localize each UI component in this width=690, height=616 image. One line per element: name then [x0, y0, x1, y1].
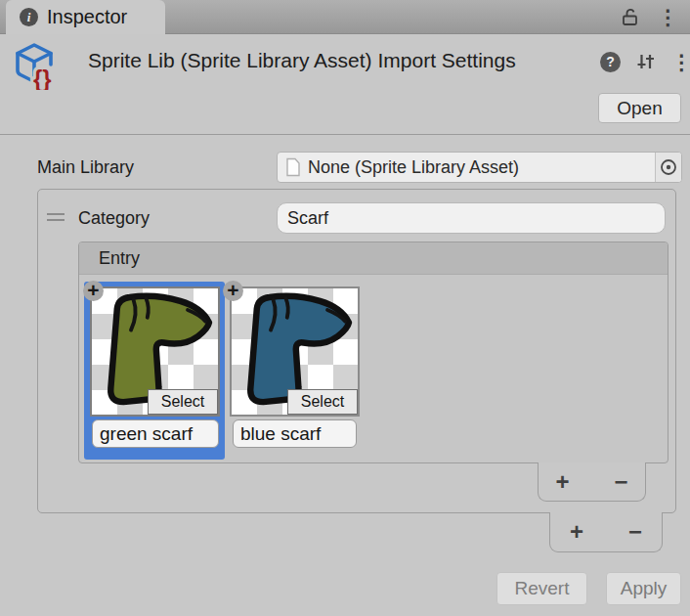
category-add-button[interactable]: + — [564, 520, 589, 544]
main-library-object-field[interactable]: None (Sprite Library Asset) — [277, 152, 682, 183]
info-icon: i — [20, 8, 38, 26]
sprite-cell-green-scarf[interactable]: + Select green scarf — [84, 282, 225, 460]
page-title: Sprite Lib (Sprite Library Asset) Import… — [88, 49, 596, 76]
entry-list-footer: + − — [538, 462, 646, 502]
select-button[interactable]: Select — [148, 389, 218, 415]
tab-bar: i Inspector ⋮ — [0, 0, 690, 34]
apply-button[interactable]: Apply — [606, 572, 681, 605]
svg-text:{}: {} — [33, 66, 52, 90]
sprite-library-asset-icon: {} — [12, 41, 57, 90]
object-picker-icon[interactable] — [655, 153, 681, 182]
sprite-name-input-green[interactable]: green scarf — [92, 419, 219, 448]
sprite-cell-blue-scarf[interactable]: + Select blue scarf — [224, 282, 365, 460]
category-remove-button[interactable]: − — [623, 520, 648, 544]
sprite-thumbnail-green[interactable]: Select — [90, 286, 220, 417]
add-sprite-icon[interactable]: + — [223, 281, 243, 301]
entry-header: Entry — [79, 242, 668, 275]
sprite-thumbnail-blue[interactable]: Select — [230, 286, 360, 417]
entry-header-label: Entry — [99, 248, 140, 269]
presets-icon[interactable] — [635, 51, 657, 72]
tab-menu-kebab-icon[interactable]: ⋮ — [658, 7, 678, 27]
sprite-name-input-blue[interactable]: blue scarf — [233, 419, 357, 448]
help-icon[interactable]: ? — [600, 52, 621, 72]
file-icon — [285, 157, 301, 177]
header-separator — [0, 134, 690, 135]
entry-add-button[interactable]: + — [549, 470, 575, 494]
add-sprite-icon[interactable]: + — [83, 281, 104, 301]
inspector-window: i Inspector ⋮ {} Sprite Lib (Sprite Libr… — [0, 0, 690, 616]
tab-inspector[interactable]: i Inspector — [6, 0, 165, 34]
main-library-value: None (Sprite Library Asset) — [308, 157, 655, 178]
category-drag-handle[interactable] — [47, 213, 65, 221]
revert-button[interactable]: Revert — [496, 572, 587, 605]
open-button[interactable]: Open — [598, 93, 681, 123]
category-list-footer: + − — [549, 512, 663, 552]
category-label: Category — [78, 208, 150, 229]
main-library-label: Main Library — [37, 157, 134, 178]
header-kebab-icon[interactable]: ⋮ — [671, 52, 690, 72]
entry-remove-button[interactable]: − — [609, 470, 634, 494]
tab-title: Inspector — [47, 6, 127, 28]
select-button[interactable]: Select — [287, 389, 358, 415]
category-name-input[interactable]: Scarf — [277, 202, 666, 234]
unlock-icon[interactable] — [620, 7, 640, 27]
